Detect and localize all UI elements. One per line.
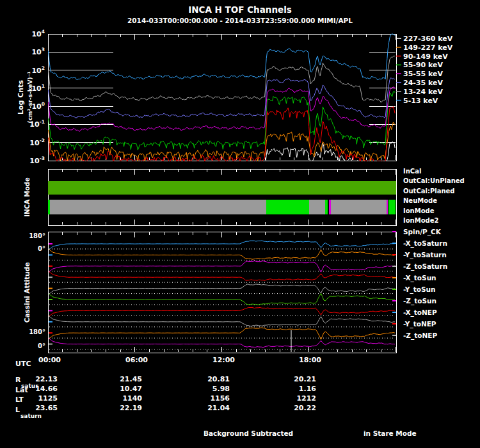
- attitude-trace-line: [49, 241, 395, 250]
- table-value: 22.13: [35, 375, 58, 383]
- tof-legend-label: 227-360 keV: [403, 35, 453, 43]
- mode-bar-segment-IonMode: [266, 200, 310, 214]
- tof-legend: 227-360 keV149-227 keV90-149 keV55-90 ke…: [396, 35, 453, 105]
- y-tick-label: 100: [31, 101, 45, 111]
- mode-legend-label: OutCal:Planed: [403, 188, 454, 195]
- table-value: 5.98: [212, 385, 230, 393]
- attitude-legend-label: -Y_toSun: [403, 285, 435, 294]
- mode-bar-primary: [48, 181, 396, 195]
- mode-bar-segment-NeuMode: [309, 200, 324, 214]
- utc-tick-label: 12:00: [212, 356, 235, 364]
- tof-legend-label: 35-55 keV: [403, 70, 443, 78]
- tof-series-line: [49, 87, 396, 131]
- attitude-trace-line: [49, 307, 395, 316]
- attitude-y-tick-label: 0°: [38, 245, 45, 252]
- table-value: 1140: [122, 394, 142, 403]
- attitude-legend-label: -X_toSaturn: [403, 239, 447, 248]
- attitude-trace-line: [49, 271, 395, 280]
- table-value: 20.22: [294, 404, 316, 412]
- attitude-legend: Spin/P_CK-X_toSaturn-Y_toSaturn-Z_toSatu…: [392, 228, 447, 340]
- attitude-y-tick-label: 180°: [29, 232, 45, 239]
- utc-tick-label: 18:00: [299, 356, 321, 364]
- mode-legend: InCalOutCal:UnPlanedOutCal:PlanedNeuMode…: [403, 168, 465, 224]
- footer-stare-mode: in Stare Mode: [364, 429, 417, 437]
- mode-legend-label: InCal: [403, 168, 421, 175]
- attitude-y-tick-label: 180°: [29, 328, 45, 335]
- attitude-legend-label: -Z_toSun: [403, 297, 436, 305]
- table-value: 23.65: [35, 404, 58, 412]
- attitude-legend-label: -Y_toSaturn: [403, 251, 447, 259]
- tof-y-axis-label: Log Cnts: [17, 80, 25, 115]
- mode-bar-segment-IonMode2: [387, 200, 388, 214]
- table-value: 21.04: [207, 404, 230, 412]
- row-label-utc: UTC: [15, 360, 31, 368]
- y-tick-label: 104: [31, 29, 45, 38]
- tof-frame: [48, 34, 396, 161]
- attitude-legend-label: -X_toNEP: [403, 308, 437, 317]
- y-tick-label: 101: [31, 83, 45, 93]
- y-tick-label: 10-3: [29, 156, 45, 165]
- bottom-table: 00:0006:0012:0018:0022.1321.4520.8120.21…: [35, 356, 321, 412]
- tof-legend-label: 24-35 keV: [403, 79, 443, 87]
- table-value: 1125: [38, 394, 58, 403]
- attitude-trace-line: [49, 293, 395, 305]
- attitude-frame: [48, 232, 396, 353]
- plot-canvas: INCA H TOF Channels 2014-033T00:00:00.00…: [0, 0, 480, 448]
- attitude-trace-line: [49, 261, 395, 273]
- plot-page: INCA H TOF Channels 2014-033T00:00:00.00…: [0, 0, 480, 448]
- tof-legend-label: 5-13 keV: [403, 97, 438, 105]
- attitude-legend-label: -Y_toNEP: [403, 320, 436, 328]
- attitude-trace-line: [49, 316, 395, 326]
- table-value: 1156: [210, 394, 230, 403]
- row-label-l: L: [15, 406, 20, 414]
- tof-legend-label: 13-24 keV: [403, 88, 443, 96]
- plot-panels: 10410310210110010-110-210-3227-360 keV14…: [29, 29, 465, 412]
- y-tick-label: 103: [31, 47, 45, 56]
- table-value: 1212: [296, 394, 316, 403]
- y-tick-label: 10-2: [29, 138, 45, 147]
- y-tick-label: 10-1: [29, 119, 45, 129]
- table-value: 20.21: [294, 375, 316, 383]
- tof-legend-label: 55-90 keV: [403, 61, 443, 69]
- mode-legend-label: NeuMode: [403, 197, 437, 204]
- mode-legend-label: OutCal:UnPlaned: [403, 177, 465, 184]
- mode-bar-segment-IonMode: [48, 200, 50, 214]
- mode-bar-segment-IonMode: [325, 200, 328, 214]
- table-value: 20.81: [207, 375, 230, 383]
- mode-legend-label: IonMode: [403, 207, 435, 214]
- attitude-y-tick-label: 0°: [38, 342, 45, 349]
- table-value: 21.45: [120, 375, 142, 383]
- tof-legend-label: 90-149 keV: [403, 52, 448, 61]
- row-label-l-sub: saturn: [20, 413, 42, 419]
- tof-series-line: [49, 56, 396, 102]
- mode-panel-label: INCA Mode: [24, 177, 31, 217]
- row-label-lt: LT: [15, 396, 24, 404]
- attitude-legend-label: -Z_toSaturn: [403, 262, 447, 271]
- tof-series-line: [49, 34, 396, 80]
- mode-bar-segment-IonMode: [388, 200, 396, 214]
- row-label-r: R: [15, 376, 21, 384]
- attitude-panel: 180°0°180°0°: [29, 232, 395, 352]
- y-tick-label: 102: [31, 65, 45, 75]
- table-value: 1.16: [299, 385, 316, 393]
- tof-y-axis-units: (cm²-sr-s-keV)⁻¹: [27, 72, 33, 124]
- attitude-trace-line: [49, 328, 395, 339]
- attitude-legend-label: -Z_toNEP: [403, 332, 437, 340]
- utc-tick-label: 00:00: [38, 356, 61, 364]
- attitude-panel-label: Cassini Attitude: [23, 262, 31, 323]
- row-label-lat: Lat: [15, 386, 28, 394]
- table-value: 22.19: [120, 404, 142, 412]
- attitude-legend-label: Spin/P_CK: [403, 228, 442, 236]
- footer-background-subtracted: Background Subtracted: [204, 429, 293, 437]
- tof-panel: 10410310210110010-110-210-3: [29, 29, 395, 165]
- utc-tick-label: 06:00: [125, 356, 148, 364]
- attitude-trace-line: [49, 284, 395, 294]
- page-title: INCA H TOF Channels: [188, 4, 292, 15]
- mode-bar-segment-NeuMode: [50, 200, 266, 214]
- tof-series-line: [49, 91, 396, 150]
- mode-bar-segment-NeuMode: [331, 200, 387, 214]
- time-range-subtitle: 2014-033T00:00:00.000 - 2014-033T23:59:0…: [127, 17, 353, 24]
- attitude-trace-line: [49, 339, 395, 348]
- mode-panel: [48, 181, 396, 214]
- attitude-trace-line: [49, 249, 395, 259]
